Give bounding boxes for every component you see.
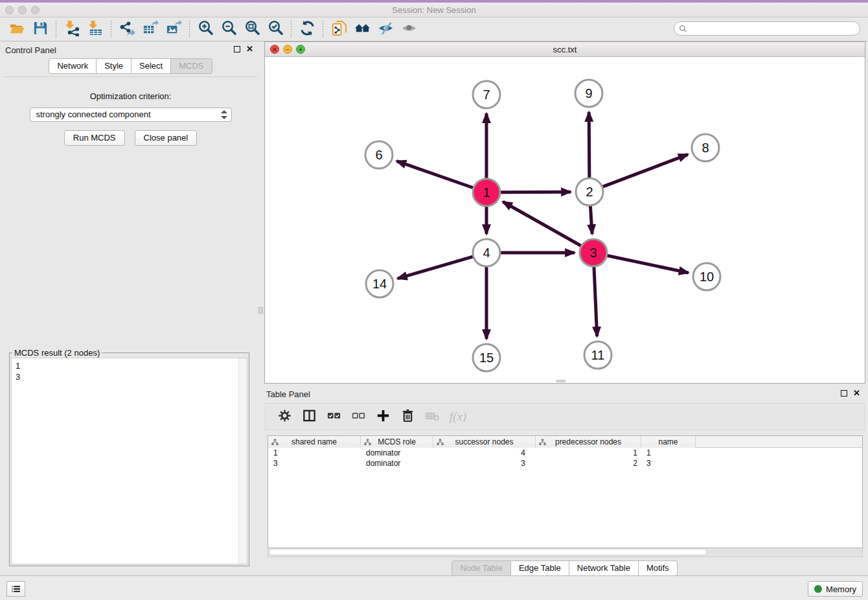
function-builder-button[interactable]: f(x) bbox=[446, 406, 468, 427]
edge-3-1[interactable] bbox=[503, 202, 581, 246]
node-4[interactable]: 4 bbox=[473, 239, 500, 266]
scroll-thumb[interactable] bbox=[269, 549, 707, 555]
delete-row-button[interactable] bbox=[396, 406, 418, 427]
criterion-select[interactable]: strongly connected component bbox=[30, 108, 232, 122]
table-row[interactable]: 3dominator323 bbox=[268, 458, 862, 468]
export-table-button[interactable] bbox=[139, 20, 162, 40]
tab-network-table[interactable]: Network Table bbox=[569, 560, 639, 576]
node-6[interactable]: 6 bbox=[365, 141, 393, 168]
table-tabbar: Node TableEdge TableNetwork TableMotifs bbox=[261, 560, 868, 576]
edge-2-9[interactable] bbox=[589, 112, 589, 178]
show-all-button[interactable] bbox=[397, 20, 420, 40]
import-table-button[interactable] bbox=[84, 20, 107, 40]
node-10[interactable]: 10 bbox=[693, 263, 720, 290]
svg-text:15: 15 bbox=[479, 351, 494, 365]
node-1[interactable]: 1 bbox=[473, 179, 500, 206]
network-window-titlebar[interactable]: ✕ − + scc.txt bbox=[265, 42, 865, 57]
canvas-resize-handle[interactable] bbox=[556, 380, 565, 382]
node-7[interactable]: 7 bbox=[473, 81, 500, 108]
table-panel-header: Table Panel ✕ bbox=[261, 386, 868, 402]
first-neighbors-button[interactable] bbox=[350, 20, 374, 40]
tab-motifs[interactable]: Motifs bbox=[639, 560, 678, 576]
import-network-button[interactable] bbox=[60, 20, 84, 40]
cell-shared-name[interactable]: 3 bbox=[268, 458, 361, 468]
edge-4-14[interactable] bbox=[398, 257, 473, 279]
node-3[interactable]: 3 bbox=[580, 239, 607, 266]
table-row[interactable]: 1dominator411 bbox=[268, 448, 862, 458]
task-history-button[interactable] bbox=[6, 581, 25, 597]
column-header-predecessor-nodes[interactable]: predecessor nodes bbox=[536, 436, 641, 448]
column-header-shared-name[interactable]: shared name bbox=[268, 436, 361, 448]
unselect-all-button[interactable] bbox=[347, 406, 369, 427]
save-session-icon bbox=[32, 20, 49, 39]
apply-layout-button[interactable] bbox=[295, 20, 319, 40]
splitter-handle[interactable] bbox=[258, 307, 263, 314]
cell-name[interactable]: 1 bbox=[641, 448, 696, 458]
node-9[interactable]: 9 bbox=[575, 80, 602, 107]
tab-style[interactable]: Style bbox=[97, 58, 131, 74]
close-panel-button[interactable]: Close panel bbox=[135, 130, 198, 146]
cell-successor-nodes[interactable]: 3 bbox=[433, 458, 536, 468]
tab-edge-table[interactable]: Edge Table bbox=[511, 560, 569, 576]
hide-selected-button[interactable] bbox=[374, 20, 397, 40]
node-14[interactable]: 14 bbox=[366, 270, 393, 297]
run-mcds-button[interactable]: Run MCDS bbox=[64, 130, 125, 146]
zoom-fit-button[interactable] bbox=[240, 20, 264, 40]
result-scrollbar[interactable] bbox=[238, 358, 247, 564]
cell-predecessor-nodes[interactable]: 1 bbox=[536, 448, 641, 458]
tab-mcds[interactable]: MCDS bbox=[171, 58, 212, 74]
close-panel-icon[interactable]: ✕ bbox=[246, 44, 253, 54]
memory-button[interactable]: Memory bbox=[808, 581, 863, 597]
export-network-button[interactable] bbox=[115, 20, 139, 40]
edge-2-3[interactable] bbox=[590, 206, 592, 234]
mcds-result-area[interactable]: 1 3 bbox=[11, 358, 247, 564]
search-input[interactable] bbox=[687, 24, 843, 33]
node-15[interactable]: 15 bbox=[473, 344, 500, 371]
column-header-successor-nodes[interactable]: successor nodes bbox=[433, 436, 536, 448]
select-all-button[interactable] bbox=[323, 406, 345, 427]
add-row-button[interactable] bbox=[372, 406, 394, 427]
tab-network[interactable]: Network bbox=[49, 58, 97, 74]
show-columns-icon bbox=[302, 408, 317, 426]
float-panel-icon[interactable] bbox=[234, 46, 240, 52]
float-table-panel-icon[interactable] bbox=[841, 390, 847, 397]
function-builder-icon: f(x) bbox=[447, 410, 466, 424]
table-horizontal-scrollbar[interactable] bbox=[268, 548, 863, 557]
delete-row-icon bbox=[400, 408, 415, 426]
node-2[interactable]: 2 bbox=[576, 178, 603, 205]
table-settings-button[interactable] bbox=[273, 406, 295, 427]
edge-1-6[interactable] bbox=[396, 161, 473, 188]
column-header-name[interactable]: name bbox=[641, 436, 696, 448]
cell-name[interactable]: 3 bbox=[641, 458, 696, 468]
cell-MCDS-role[interactable]: dominator bbox=[361, 448, 433, 458]
open-session-button[interactable] bbox=[5, 20, 29, 40]
save-session-button[interactable] bbox=[29, 20, 52, 40]
node-11[interactable]: 11 bbox=[584, 341, 611, 369]
export-image-button[interactable] bbox=[162, 20, 185, 40]
new-network-from-selection-button[interactable] bbox=[327, 20, 350, 40]
search-box[interactable] bbox=[674, 21, 860, 36]
network-canvas[interactable]: 7968124314101511 bbox=[265, 57, 865, 383]
export-network-icon bbox=[119, 20, 135, 39]
tab-node-table[interactable]: Node Table bbox=[451, 560, 511, 576]
cell-shared-name[interactable]: 1 bbox=[268, 448, 361, 458]
cell-successor-nodes[interactable]: 4 bbox=[433, 448, 536, 458]
svg-text:3: 3 bbox=[589, 246, 597, 260]
network-graph[interactable]: 7968124314101511 bbox=[265, 57, 865, 383]
column-header-MCDS-role[interactable]: MCDS role bbox=[361, 436, 433, 448]
zoom-out-button[interactable] bbox=[217, 20, 240, 40]
node-8[interactable]: 8 bbox=[692, 134, 719, 161]
close-table-panel-icon[interactable]: ✕ bbox=[853, 388, 860, 398]
edge-1-2[interactable] bbox=[501, 192, 571, 192]
edge-3-10[interactable] bbox=[608, 256, 689, 273]
edge-3-11[interactable] bbox=[594, 267, 597, 336]
delete-table-button[interactable] bbox=[421, 406, 443, 427]
show-all-icon bbox=[401, 20, 417, 39]
edge-2-8[interactable] bbox=[603, 154, 688, 187]
cell-predecessor-nodes[interactable]: 2 bbox=[536, 458, 641, 468]
show-columns-button[interactable] bbox=[298, 406, 320, 427]
zoom-in-button[interactable] bbox=[194, 20, 217, 40]
cell-MCDS-role[interactable]: dominator bbox=[361, 458, 433, 468]
zoom-selected-button[interactable] bbox=[264, 20, 287, 40]
tab-select[interactable]: Select bbox=[131, 58, 171, 74]
